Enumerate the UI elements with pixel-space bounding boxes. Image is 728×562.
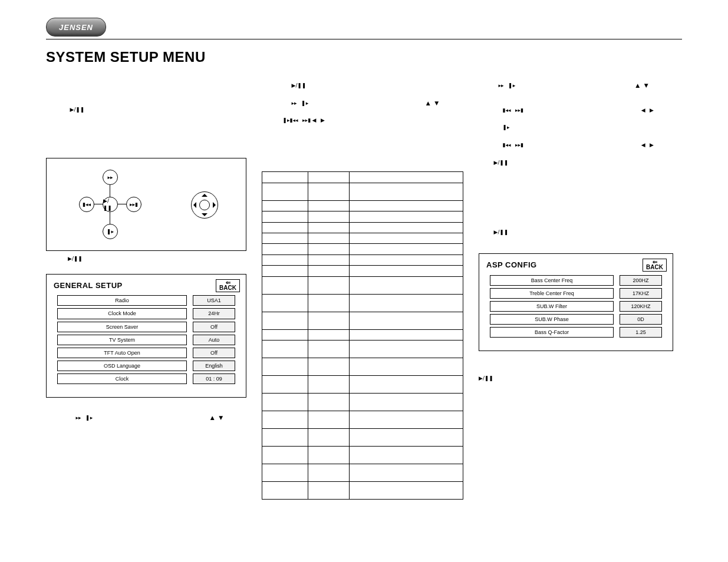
left-icon: ◀ <box>312 117 317 124</box>
diagram-line <box>110 211 110 224</box>
table-row: OffThe monitor will not automatically op… <box>262 411 463 428</box>
body-text: 2. Press the ▶/❚❚ button on the remote c… <box>262 81 463 96</box>
table-cell <box>262 294 308 312</box>
panel-row-label: TFT Auto Open <box>57 348 187 358</box>
panel-row[interactable]: SUB.W Phase0D <box>490 314 662 325</box>
table-row: AutoAutomatically detect video system an… <box>262 376 463 394</box>
table-row: TV System NTSCSelect when a TV with the … <box>262 340 463 358</box>
panel-row[interactable]: TV SystemAuto <box>57 335 235 345</box>
table-cell: Spanish <box>308 446 350 464</box>
panel-row-value: 1.25 <box>620 327 662 338</box>
table-cell: French <box>308 464 350 481</box>
table-row: USA3 <box>262 211 463 222</box>
left-icon: ◀ <box>641 107 645 114</box>
panel-row[interactable]: Bass Center Freq200HZ <box>490 275 662 286</box>
play-pause-icon: ▶/❚❚ <box>494 229 509 236</box>
diagram-fwd-icon: ▸▸ <box>103 170 118 185</box>
table-row: SpanishSelect Spanish as the On Screen D… <box>262 446 463 464</box>
table-cell: On <box>308 312 350 329</box>
panel-row-value: 120KHZ <box>620 301 662 312</box>
table-row: RadioUSA1Press >>| / |> to select betwee… <box>262 183 463 200</box>
body-text: Click the ▶/❚❚ button on a highlighted m… <box>46 254 246 269</box>
table-cell: Press >>| / |> to select between the fol… <box>350 183 463 200</box>
panel-row[interactable]: TFT Auto OpenOff <box>57 348 235 358</box>
text: buttons on the remote control or move th… <box>517 82 636 88</box>
table-cell: Select when a TV with the NTSC system is… <box>350 340 463 358</box>
diagram-caption-remote: Remote Control <box>97 241 134 248</box>
table-cell <box>262 446 308 464</box>
panel-row-value: Off <box>193 348 235 358</box>
table-cell: Select English as the On Screen Display … <box>350 428 463 446</box>
table-cell <box>262 244 308 254</box>
table-cell: English <box>308 428 350 446</box>
panel-row-label: OSD Language <box>57 361 187 371</box>
table-cell: 24Hr <box>308 294 350 312</box>
next-icon: ▸▸▮ <box>515 107 523 114</box>
text: 2. Press the <box>262 82 292 88</box>
panel-row-label: Radio <box>57 295 187 306</box>
body-text: When the Bass Center Frequency feature i… <box>479 187 673 216</box>
step-icon: ❚▸ <box>85 414 93 421</box>
page-number: 14 <box>361 541 367 548</box>
panel-row[interactable]: OSD LanguageEnglish <box>57 361 235 371</box>
next-icon: ▸▸▮ <box>302 117 311 124</box>
diagram-step-icon: ❚▸ <box>103 224 118 239</box>
table-cell <box>262 211 308 222</box>
play-pause-icon: ▶/❚❚ <box>494 159 509 166</box>
table-cell: TV System <box>262 340 308 358</box>
body-text: Press the ❚▸ button on the remote contro… <box>479 124 673 138</box>
panel-row-value: 01 : 09 <box>193 373 235 384</box>
table-row: FrenchSelect French as the On Screen Dis… <box>262 464 463 481</box>
table-cell: The monitor will not automatically open … <box>350 411 463 428</box>
panel-row[interactable]: SUB.W Filter120KHZ <box>490 301 662 312</box>
table-cell: OSD Language <box>262 428 308 446</box>
back-label: BACK <box>646 264 663 270</box>
play-pause-icon: ▶/❚❚ <box>479 375 493 382</box>
table-cell: The clock will display time in 24-hour (… <box>350 294 463 312</box>
back-button[interactable]: ⇐ BACK <box>216 279 240 292</box>
text: 4. Press <box>262 117 283 123</box>
fwd-icon: ▸▸ <box>76 414 81 421</box>
body-text: 4. Press ❚▸▮◂◂ / ▸▸▮ ◀ / ▶ on the remote… <box>262 117 463 131</box>
text: Click the <box>46 255 68 261</box>
play-pause-icon: ▶/❚❚ <box>68 255 83 262</box>
prev-icon: ▮◂◂ <box>290 117 298 124</box>
back-button[interactable]: ⇐ BACK <box>643 259 667 272</box>
step-icon: ❚▸ <box>503 124 510 131</box>
section-heading: Exiting the System Setup Menu <box>262 134 463 141</box>
table-cell <box>262 411 308 428</box>
table-cell <box>350 211 463 222</box>
up-icon: ▲ <box>210 414 215 421</box>
diagram-line <box>117 204 127 204</box>
text: Press the <box>479 124 503 130</box>
panel-row[interactable]: Clock Mode24Hr <box>57 308 235 319</box>
panel-row[interactable]: RadioUSA1 <box>57 295 235 306</box>
panel-row[interactable]: Screen SaverOff <box>57 322 235 332</box>
table-cell: Turn the screen saver off. <box>350 329 463 340</box>
text: 3. Press the <box>262 100 292 105</box>
body-text: Press the ▮◂◂ / ▸▸▮ button on the remote… <box>479 106 673 121</box>
table-cell: The clock will display time in 12-hour f… <box>350 276 463 294</box>
text: Use the <box>479 82 499 88</box>
down-icon: ▼ <box>434 100 439 107</box>
table-row: OSD LanguageEnglishSelect English as the… <box>262 428 463 446</box>
panel-row[interactable]: Treble Center Freq17KHZ <box>490 288 662 299</box>
text: button on the remote control or move the… <box>525 142 641 148</box>
table-cell <box>262 266 308 276</box>
table-row: OffTurn the screen saver off. <box>262 329 463 340</box>
subsection-heading: Bass Center Frequency <box>479 176 673 183</box>
panel-row-label: Clock Mode <box>57 308 187 319</box>
table-cell: USA3 <box>308 211 350 222</box>
table-row: Clock Mode12HrThe clock will display tim… <box>262 276 463 294</box>
table-cell: S.AMER2 <box>308 266 350 276</box>
panel-row-label: Clock <box>57 373 187 384</box>
text: Press the <box>479 142 503 148</box>
table-cell <box>350 200 463 211</box>
panel-row-label: Treble Center Freq <box>490 288 614 299</box>
panel-row[interactable]: Clock01 : 09 <box>57 373 235 384</box>
panel-row[interactable]: Bass Q-Factor1.25 <box>490 327 662 338</box>
table-header: Function <box>350 172 463 183</box>
panel-row-label: SUB.W Phase <box>490 314 614 325</box>
table-cell <box>262 329 308 340</box>
table-cell: PAL <box>308 358 350 376</box>
